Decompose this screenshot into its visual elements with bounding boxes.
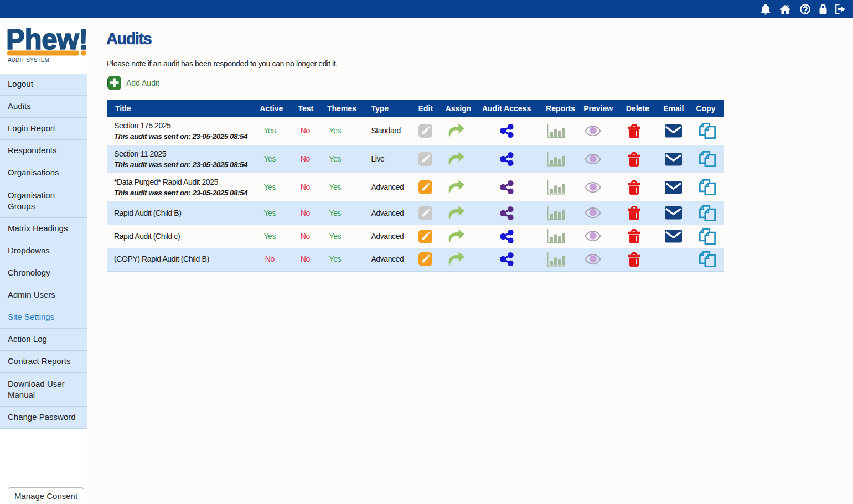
- svg-text:AUDIT SYSTEM: AUDIT SYSTEM: [8, 57, 49, 63]
- svg-text:Phew!: Phew!: [6, 24, 87, 55]
